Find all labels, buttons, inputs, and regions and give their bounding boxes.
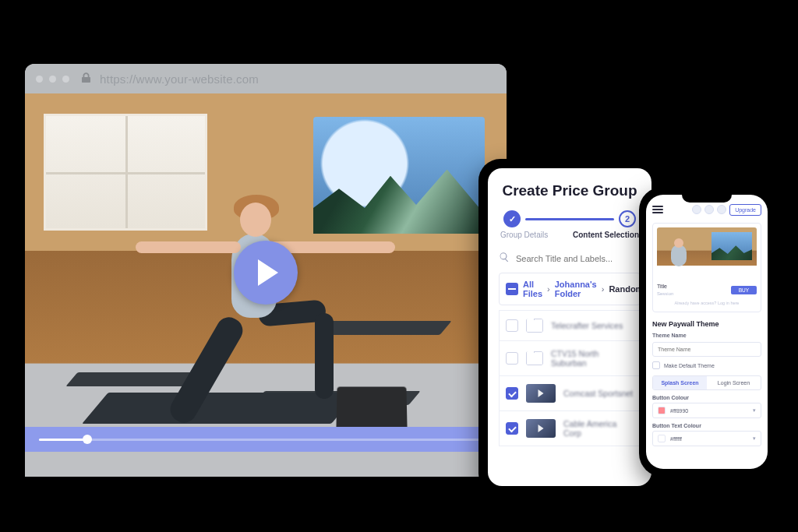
button-text-colour-label: Button Text Colour — [652, 423, 761, 428]
checkbox[interactable] — [506, 352, 518, 365]
buy-button[interactable]: BUY — [731, 286, 757, 294]
step-2-active-icon[interactable]: 2 — [619, 210, 636, 227]
preview-thumbnail — [657, 227, 757, 279]
phone-header: Upgrade — [652, 201, 761, 218]
breadcrumb-separator: › — [547, 284, 550, 294]
button-colour-picker[interactable]: #ff8990 ▾ — [652, 403, 761, 418]
checkbox[interactable] — [506, 319, 518, 332]
progress-fill — [39, 439, 86, 441]
checkbox-checked[interactable] — [506, 422, 518, 435]
preview-footer-text: Already have access? Log in here — [657, 301, 757, 305]
address-bar-url[interactable]: https://www.your-website.com — [100, 72, 259, 86]
preview-title: Title — [657, 284, 673, 289]
theme-tabs: Splash Screen Login Screen — [652, 375, 761, 390]
upgrade-button[interactable]: Upgrade — [729, 204, 761, 216]
progress-thumb[interactable] — [83, 435, 92, 444]
step-1-complete-icon[interactable]: ✓ — [503, 210, 521, 227]
step-1-label: Group Details — [500, 231, 548, 239]
search-input[interactable] — [516, 254, 641, 263]
phone-screen: Upgrade Title Session BUY Already have a… — [646, 195, 768, 469]
lock-icon — [82, 72, 90, 85]
breadcrumb-current: Random — [609, 284, 643, 294]
item-label: Comcast Sportsnet — [563, 389, 633, 398]
checkbox-indeterminate-icon[interactable] — [506, 283, 518, 295]
video-thumbnail-icon — [526, 419, 556, 438]
breadcrumb-separator: › — [602, 284, 605, 294]
video-thumbnail-icon — [526, 384, 556, 403]
tab-splash-screen[interactable]: Splash Screen — [653, 376, 707, 389]
paywall-preview-card: Title Session BUY Already have access? L… — [652, 223, 761, 312]
file-list: Telecrafter Services CTV15 North Suburba… — [499, 310, 641, 446]
colour-swatch-icon — [658, 435, 666, 442]
checkbox-icon[interactable] — [652, 361, 660, 369]
chevron-down-icon: ▾ — [753, 435, 756, 442]
tab-login-screen[interactable]: Login Screen — [707, 376, 761, 389]
video-player — [25, 93, 507, 452]
item-label: Telecrafter Services — [551, 321, 623, 330]
list-item[interactable]: CTV15 North Suburban — [499, 341, 641, 376]
button-colour-label: Button Colour — [652, 395, 761, 400]
header-icon[interactable] — [692, 205, 701, 214]
step-2-label: Content Selection — [573, 231, 639, 239]
search-icon — [499, 252, 510, 265]
search-row — [499, 250, 641, 273]
header-icon[interactable] — [704, 205, 714, 214]
breadcrumb[interactable]: All Files › Johanna's Folder › Random — [499, 273, 641, 305]
window-dot-icon — [62, 76, 69, 83]
breadcrumb-folder[interactable]: Johanna's Folder — [555, 280, 597, 298]
make-default-label: Make Default Theme — [664, 363, 715, 368]
button-colour-value: #ff8990 — [670, 408, 688, 414]
list-item[interactable]: Cable America Corp — [499, 411, 641, 446]
folder-icon — [526, 319, 543, 333]
step-connector — [525, 218, 614, 220]
page-title: Create Price Group — [499, 182, 641, 199]
theme-name-label: Theme Name — [652, 333, 761, 338]
header-icon[interactable] — [717, 205, 726, 214]
step-labels: Group Details Content Selection — [499, 231, 641, 250]
button-text-colour-picker[interactable]: #ffffff ▾ — [652, 431, 761, 446]
video-progress-bar[interactable] — [25, 427, 507, 452]
phone-notch — [682, 192, 732, 203]
chevron-down-icon: ▾ — [753, 407, 756, 414]
colour-swatch-icon — [658, 407, 666, 414]
item-label: CTV15 North Suburban — [551, 349, 634, 368]
browser-window: https://www.your-website.com — [25, 64, 507, 477]
hamburger-icon[interactable] — [652, 206, 663, 213]
breadcrumb-root[interactable]: All Files — [523, 280, 542, 298]
button-text-colour-value: #ffffff — [670, 436, 682, 442]
tablet-screen: Create Price Group ✓ 2 Group Details Con… — [488, 168, 651, 486]
make-default-checkbox[interactable]: Make Default Theme — [652, 361, 761, 369]
phone-device: Upgrade Title Session BUY Already have a… — [639, 187, 775, 477]
list-item[interactable]: Telecrafter Services — [499, 310, 641, 341]
wizard-stepper: ✓ 2 — [499, 210, 641, 227]
window-dot-icon — [49, 76, 56, 83]
item-label: Cable America Corp — [563, 419, 634, 438]
preview-subtitle: Session — [657, 291, 673, 296]
tablet-device: Create Price Group ✓ 2 Group Details Con… — [478, 159, 661, 495]
browser-chrome: https://www.your-website.com — [25, 64, 507, 93]
play-button[interactable] — [234, 241, 298, 305]
checkbox-checked[interactable] — [506, 387, 518, 400]
folder-icon — [526, 351, 543, 365]
list-item[interactable]: Comcast Sportsnet — [499, 376, 641, 411]
theme-name-input[interactable] — [652, 342, 761, 357]
section-title: New Paywall Theme — [652, 320, 761, 328]
progress-track — [39, 439, 493, 441]
window-dot-icon — [36, 76, 43, 83]
